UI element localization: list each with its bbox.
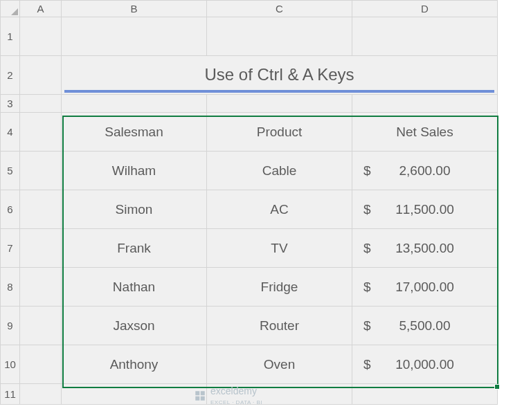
active-cell[interactable]: TV: [207, 229, 352, 268]
row-header-3[interactable]: 3: [1, 95, 20, 113]
page-title: Use of Ctrl & A Keys: [64, 58, 494, 93]
col-header-C[interactable]: C: [207, 1, 352, 17]
money-value: 10,000.00: [395, 357, 454, 372]
row-header-9[interactable]: 9: [1, 307, 20, 345]
cell-A7[interactable]: [20, 229, 62, 268]
cell-A2[interactable]: [20, 56, 62, 95]
title-cell[interactable]: Use of Ctrl & A Keys: [62, 56, 498, 95]
currency-symbol: $: [363, 163, 371, 179]
cell-A9[interactable]: [20, 307, 62, 345]
row-header-5[interactable]: 5: [1, 152, 20, 190]
cell-A3[interactable]: [20, 95, 62, 113]
table-header-product[interactable]: Product: [207, 113, 352, 152]
cell-C11[interactable]: [207, 384, 352, 405]
cell-A1[interactable]: [20, 17, 62, 56]
table-cell[interactable]: $ 10,000.00: [352, 345, 498, 384]
cell-C3[interactable]: [207, 95, 352, 113]
currency-symbol: $: [363, 241, 371, 256]
cell-A5[interactable]: [20, 152, 62, 190]
money-value: 13,500.00: [395, 241, 454, 255]
table-cell[interactable]: Oven: [207, 345, 352, 384]
row-header-7[interactable]: 7: [1, 229, 20, 268]
money-value: 17,000.00: [395, 280, 454, 294]
table-cell[interactable]: Fridge: [207, 268, 352, 307]
cell-D3[interactable]: [352, 95, 498, 113]
money-value: 2,600.00: [399, 163, 451, 178]
table-cell[interactable]: $ 2,600.00: [352, 152, 498, 190]
table-cell[interactable]: AC: [207, 190, 352, 229]
cell-B11[interactable]: [62, 384, 207, 405]
cell-A4[interactable]: [20, 113, 62, 152]
spreadsheet-grid: A B C D 1 2 Use of Ctrl & A Keys 3 4 Sal…: [0, 0, 498, 405]
currency-symbol: $: [363, 202, 371, 217]
col-header-B[interactable]: B: [62, 1, 207, 17]
row-header-4[interactable]: 4: [1, 113, 20, 152]
money-value: 5,500.00: [399, 318, 451, 333]
select-all-corner[interactable]: [1, 1, 20, 17]
col-header-D[interactable]: D: [352, 1, 498, 17]
cell-A8[interactable]: [20, 268, 62, 307]
table-cell[interactable]: Router: [207, 307, 352, 345]
table-header-netsales[interactable]: Net Sales: [352, 113, 498, 152]
row-header-10[interactable]: 10: [1, 345, 20, 384]
table-header-salesman[interactable]: Salesman: [62, 113, 207, 152]
col-header-A[interactable]: A: [20, 1, 62, 17]
row-header-8[interactable]: 8: [1, 268, 20, 307]
cell-B3[interactable]: [62, 95, 207, 113]
table-cell[interactable]: Nathan: [62, 268, 207, 307]
table-cell[interactable]: $ 5,500.00: [352, 307, 498, 345]
row-header-2[interactable]: 2: [1, 56, 20, 95]
table-cell[interactable]: $ 13,500.00: [352, 229, 498, 268]
cell-C1[interactable]: [207, 17, 352, 56]
money-value: 11,500.00: [395, 202, 454, 217]
cell-D11[interactable]: [352, 384, 498, 405]
table-cell[interactable]: Frank: [62, 229, 207, 268]
row-header-6[interactable]: 6: [1, 190, 20, 229]
table-cell[interactable]: Simon: [62, 190, 207, 229]
table-cell[interactable]: Cable: [207, 152, 352, 190]
row-header-1[interactable]: 1: [1, 17, 20, 56]
table-cell[interactable]: Wilham: [62, 152, 207, 190]
cell-B1[interactable]: [62, 17, 207, 56]
currency-symbol: $: [363, 280, 371, 295]
table-cell[interactable]: Jaxson: [62, 307, 207, 345]
cell-A10[interactable]: [20, 345, 62, 384]
cell-D1[interactable]: [352, 17, 498, 56]
cell-A11[interactable]: [20, 384, 62, 405]
row-header-11[interactable]: 11: [1, 384, 20, 405]
table-cell[interactable]: $ 11,500.00: [352, 190, 498, 229]
cell-A6[interactable]: [20, 190, 62, 229]
currency-symbol: $: [363, 318, 371, 334]
table-cell[interactable]: $ 17,000.00: [352, 268, 498, 307]
currency-symbol: $: [363, 357, 371, 372]
table-cell[interactable]: Anthony: [62, 345, 207, 384]
